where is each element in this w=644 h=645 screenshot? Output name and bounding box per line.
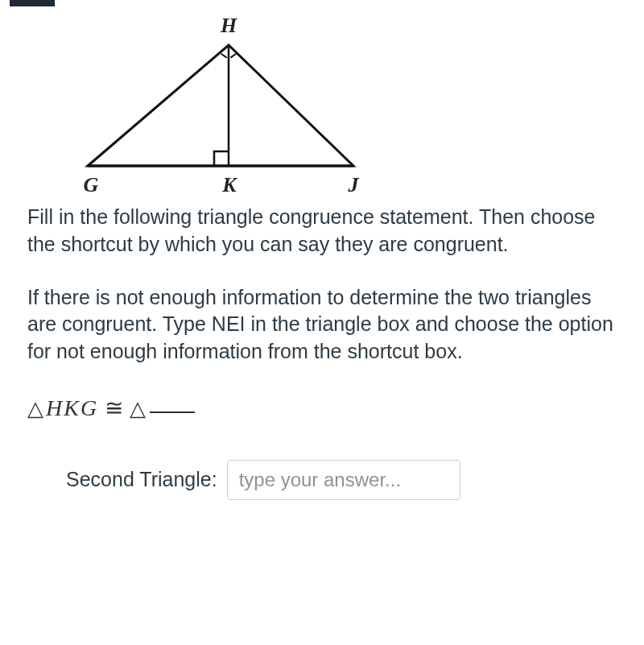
instructions-block: Fill in the following triangle congruenc… (27, 204, 617, 366)
vertex-label-k: K (221, 173, 237, 194)
triangle-symbol-2: △ (130, 396, 146, 421)
congruence-expression: △ HKG ≅ △ (27, 395, 617, 421)
active-tab-indicator (10, 0, 55, 6)
vertex-label-g: G (84, 173, 99, 194)
congruent-symbol: ≅ (105, 395, 123, 421)
vertex-label-j: J (348, 173, 360, 194)
svg-line-3 (230, 53, 236, 59)
answer-label: Second Triangle: (66, 468, 217, 491)
instruction-paragraph-1: Fill in the following triangle congruenc… (27, 204, 617, 258)
svg-marker-0 (88, 45, 353, 166)
triangle-symbol-1: △ (27, 396, 43, 421)
triangle-figure: H G K J (72, 13, 617, 194)
svg-line-2 (221, 53, 227, 59)
instruction-paragraph-2: If there is not enough information to de… (27, 284, 617, 366)
vertex-label-h: H (220, 14, 237, 37)
answer-blank-line (150, 411, 195, 413)
answer-row: Second Triangle: (27, 460, 617, 500)
given-triangle-letters: HKG (46, 395, 98, 421)
second-triangle-input[interactable] (227, 460, 460, 500)
triangle-svg: H G K J (72, 13, 378, 194)
question-content: H G K J Fill in the following triangle c… (0, 0, 644, 500)
